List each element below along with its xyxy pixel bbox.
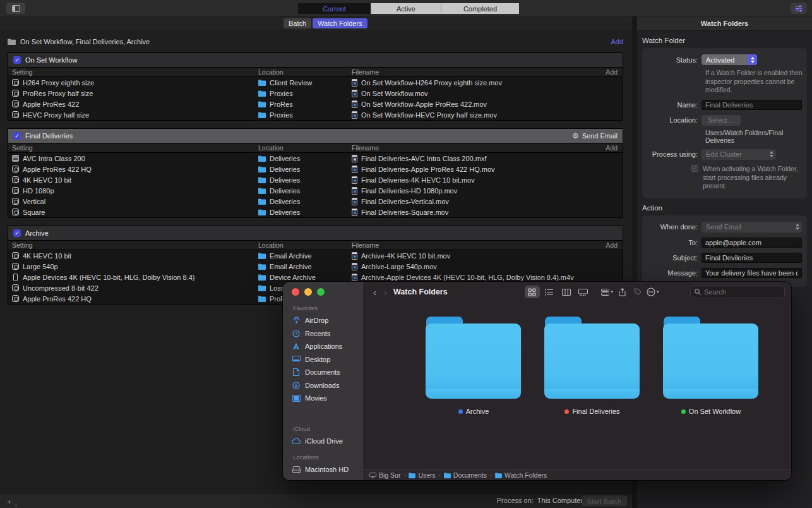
- tab-completed[interactable]: Completed: [441, 3, 519, 14]
- table-row[interactable]: AVC Intra Class 200 Deliveries Final Del…: [8, 153, 623, 164]
- group-header[interactable]: ✓ Archive: [8, 226, 623, 240]
- path-item-documents[interactable]: Documents: [444, 471, 487, 479]
- column-view-button[interactable]: [559, 286, 574, 298]
- folder-on-set-workflow[interactable]: On Set Workflow: [663, 317, 759, 429]
- search-input[interactable]: [704, 288, 773, 296]
- sidebar-item-recents[interactable]: Recents: [292, 327, 363, 341]
- location-folder-icon: [258, 101, 266, 107]
- finder-window-title: Watch Folders: [393, 287, 448, 296]
- sidebar-item-icloud-drive[interactable]: iCloud Drive: [292, 435, 363, 448]
- table-row[interactable]: 4K HEVC 10 bit Deliveries Final Deliveri…: [8, 174, 623, 185]
- minimize-button[interactable]: [304, 288, 312, 296]
- table-row[interactable]: HD 1080p Deliveries Final Deliveries-HD …: [8, 185, 623, 196]
- setting-icon: [12, 176, 19, 183]
- folder-icon: [544, 317, 640, 400]
- table-row[interactable]: Vertical Deliveries Final Deliveries-Ver…: [8, 196, 623, 207]
- more-actions-button[interactable]: ▾: [645, 286, 660, 298]
- back-button[interactable]: ‹: [373, 287, 376, 298]
- path-bar: Big Sur › Users › Documents › Watch Fold…: [363, 469, 791, 480]
- process-using-label: Process using:: [647, 150, 702, 158]
- table-row[interactable]: Apple ProRes 422 HQ Deliveries Final Del…: [8, 164, 623, 174]
- inspector-toggle-button[interactable]: [791, 3, 807, 14]
- file-icon: [352, 263, 357, 270]
- email-to-field[interactable]: [702, 238, 802, 248]
- path-item-watch-folders[interactable]: Watch Folders: [495, 471, 547, 479]
- mxf-file-icon: [352, 155, 357, 162]
- table-row[interactable]: Apple ProRes 422 ProRes On Set Workflow-…: [8, 99, 623, 109]
- table-row[interactable]: ProRes Proxy half size Proxies On Set Wo…: [8, 88, 623, 99]
- close-button[interactable]: [292, 288, 299, 296]
- table-row[interactable]: Square Deliveries Final Deliveries-Squar…: [8, 207, 623, 217]
- finder-window[interactable]: Favorites AirDrop Recents Applications D…: [283, 282, 791, 480]
- group-checkbox[interactable]: ✓: [13, 132, 21, 140]
- email-message-field[interactable]: [702, 268, 802, 278]
- sidebar-item-desktop[interactable]: Desktop: [292, 353, 363, 366]
- tab-active[interactable]: Active: [371, 3, 441, 14]
- when-done-dropdown[interactable]: Send Email: [702, 222, 802, 233]
- group-checkbox[interactable]: ✓: [13, 229, 21, 237]
- icon-view-button[interactable]: [525, 286, 540, 298]
- location-name: Deliveries: [270, 187, 300, 195]
- sidebar-item-downloads[interactable]: Downloads: [292, 379, 363, 392]
- list-view-button[interactable]: [542, 286, 557, 298]
- subtab-batch[interactable]: Batch: [284, 18, 311, 28]
- movies-icon: [292, 395, 301, 402]
- gallery-view-button[interactable]: [576, 286, 591, 298]
- location-select-button[interactable]: Select…: [702, 115, 741, 126]
- search-field[interactable]: [690, 286, 785, 298]
- table-row[interactable]: 4K HEVC 10 bit Email Archive Archive-4K …: [8, 250, 623, 261]
- group-action[interactable]: ⚙ Send Email: [572, 131, 618, 140]
- start-processing-checkbox[interactable]: ✓: [691, 165, 698, 172]
- collection-header[interactable]: On Set Workflow, Final Deliveries, Archi…: [8, 36, 623, 47]
- subtab-watch-folders[interactable]: Watch Folders: [313, 18, 367, 28]
- group-checkbox[interactable]: ✓: [13, 56, 21, 64]
- setting-icon: [12, 295, 19, 302]
- email-subject-field[interactable]: [702, 253, 802, 263]
- setting-icon: [12, 100, 19, 107]
- tab-current[interactable]: Current: [298, 3, 371, 14]
- group-header-selected[interactable]: ✓ Final Deliveries ⚙ Send Email: [8, 129, 623, 143]
- name-field[interactable]: [702, 100, 802, 110]
- sidebar-item-movies[interactable]: Movies: [292, 392, 363, 405]
- sidebar-item-airdrop[interactable]: AirDrop: [292, 314, 363, 327]
- airdrop-icon: [292, 317, 301, 324]
- table-row[interactable]: HEVC Proxy half size Proxies On Set Work…: [8, 109, 623, 120]
- zoom-button[interactable]: [317, 288, 325, 296]
- tag-button[interactable]: [630, 286, 645, 298]
- column-filename: Filename: [348, 144, 601, 152]
- forward-button[interactable]: ›: [384, 287, 387, 298]
- action-section: When done: Send Email To: Subject: Messa…: [642, 215, 807, 287]
- location-name: Deliveries: [270, 166, 300, 173]
- process-on-value[interactable]: This Computer: [537, 497, 583, 504]
- setting-icon: [12, 166, 19, 172]
- table-row[interactable]: H264 Proxy eighth size Client Review On …: [8, 77, 623, 88]
- add-watch-folder-button[interactable]: Add: [611, 38, 623, 45]
- group-header[interactable]: ✓ On Set Workflow: [8, 53, 623, 67]
- status-dropdown[interactable]: Activated: [702, 54, 757, 65]
- setting-name: Uncompressed 8-bit 422: [23, 284, 99, 292]
- sidebar-item-applications[interactable]: Applications: [292, 340, 363, 353]
- sidebar-item-macintosh-hd[interactable]: Macintosh HD: [292, 463, 363, 476]
- column-setting: Setting: [8, 68, 254, 76]
- filename: On Set Workflow-Apple ProRes 422.mov: [361, 100, 487, 108]
- sidebar-toggle-button[interactable]: [6, 3, 25, 14]
- add-output-button[interactable]: Add: [601, 68, 623, 76]
- add-item-button[interactable]: ＋⌄: [5, 496, 18, 507]
- path-item-big-sur[interactable]: Big Sur: [369, 471, 400, 479]
- add-output-button[interactable]: Add: [601, 241, 623, 249]
- group-by-button[interactable]: ▾: [600, 286, 615, 298]
- add-output-button[interactable]: Add: [601, 144, 623, 152]
- path-item-users[interactable]: Users: [409, 471, 435, 479]
- start-batch-button[interactable]: Start Batch: [582, 495, 627, 506]
- location-name: Proxies: [270, 90, 293, 97]
- share-button[interactable]: [615, 286, 630, 298]
- folder-archive[interactable]: Archive: [426, 317, 522, 429]
- sidebar-item-documents[interactable]: Documents: [292, 366, 363, 379]
- process-on-label: Process on:: [497, 497, 534, 504]
- location-folder-icon: [258, 209, 266, 215]
- table-row[interactable]: Large 540p Email Archive Archive-Large 5…: [8, 261, 623, 272]
- table-row[interactable]: Apple Devices 4K (HEVC 10-bit, HLG, Dolb…: [8, 272, 623, 282]
- folder-final-deliveries[interactable]: Final Deliveries: [544, 317, 640, 429]
- process-using-dropdown[interactable]: Edit Cluster: [702, 149, 776, 160]
- chevron-right-icon: ›: [439, 472, 441, 478]
